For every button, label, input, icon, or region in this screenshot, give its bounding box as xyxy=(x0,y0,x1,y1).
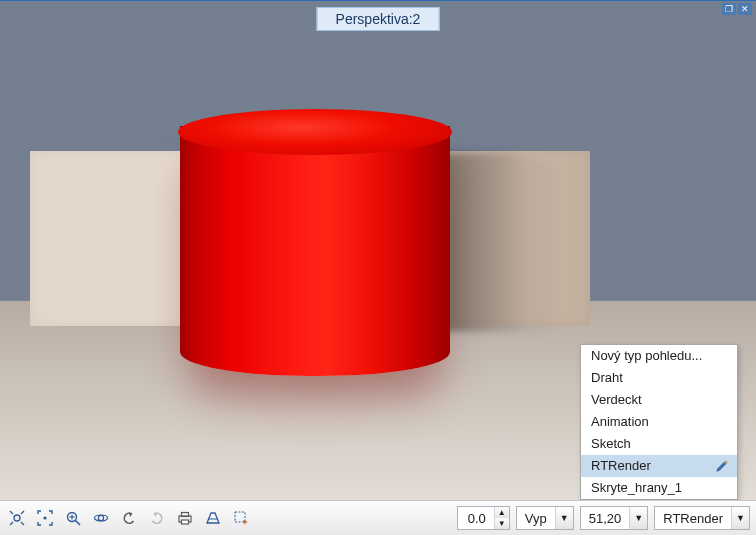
select-region-icon[interactable] xyxy=(230,507,252,529)
menu-item-label: Draht xyxy=(591,369,623,387)
dropdown-label: 51,20 xyxy=(581,511,630,526)
menu-item-verdeckt[interactable]: Verdeckt xyxy=(581,389,737,411)
numeric-value: 0.0 xyxy=(458,511,494,526)
svg-point-2 xyxy=(43,516,46,519)
orbit-icon[interactable] xyxy=(90,507,112,529)
menu-item-label: RTRender xyxy=(591,457,651,475)
menu-item-label: Animation xyxy=(591,413,649,431)
undo-icon[interactable] xyxy=(118,507,140,529)
scene-cylinder xyxy=(180,126,450,376)
chevron-down-icon[interactable]: ▼ xyxy=(731,507,749,529)
dropdown-label: RTRender xyxy=(655,511,731,526)
svg-point-8 xyxy=(98,515,103,520)
zoom-icon[interactable] xyxy=(62,507,84,529)
menu-item-draht[interactable]: Draht xyxy=(581,367,737,389)
menu-item-label: Sketch xyxy=(591,435,631,453)
restore-window-icon[interactable]: ❐ xyxy=(722,3,736,15)
scene-shadow xyxy=(440,153,560,331)
zoom-extents-icon[interactable] xyxy=(34,507,56,529)
svg-rect-10 xyxy=(182,513,189,517)
menu-item-new-view-type[interactable]: Nový typ pohledu... xyxy=(581,345,737,367)
stepper: ▲ ▼ xyxy=(494,507,509,529)
chevron-down-icon[interactable]: ▼ xyxy=(555,507,573,529)
dropdown-label: Vyp xyxy=(517,511,555,526)
scene-cylinder-top xyxy=(178,109,452,155)
menu-item-label: Skryte_hrany_1 xyxy=(591,479,682,497)
menu-item-sketch[interactable]: Sketch xyxy=(581,433,737,455)
numeric-field-1[interactable]: 0.0 ▲ ▼ xyxy=(457,506,510,530)
print-icon[interactable] xyxy=(174,507,196,529)
svg-point-1 xyxy=(14,515,20,521)
edit-icon[interactable] xyxy=(715,459,729,473)
menu-item-skryte-hrany[interactable]: Skryte_hrany_1 xyxy=(581,477,737,499)
dropdown-rendermode[interactable]: RTRender ▼ xyxy=(654,506,750,530)
menu-item-label: Verdeckt xyxy=(591,391,642,409)
svg-rect-11 xyxy=(182,520,189,524)
chevron-down-icon[interactable]: ▼ xyxy=(629,507,647,529)
menu-item-label: Nový typ pohledu... xyxy=(591,347,702,365)
viewport-window-controls: ❐ ✕ xyxy=(722,3,752,15)
dropdown-numeric[interactable]: 51,20 ▼ xyxy=(580,506,649,530)
svg-line-4 xyxy=(76,521,81,526)
perspective-toggle-icon[interactable] xyxy=(202,507,224,529)
step-up-icon[interactable]: ▲ xyxy=(495,507,509,518)
menu-item-animation[interactable]: Animation xyxy=(581,411,737,433)
bottom-toolbar: 0.0 ▲ ▼ Vyp ▼ 51,20 ▼ RTRender ▼ xyxy=(0,500,756,535)
step-down-icon[interactable]: ▼ xyxy=(495,518,509,529)
dropdown-vyp[interactable]: Vyp ▼ xyxy=(516,506,574,530)
view-type-menu: Nový typ pohledu... Draht Verdeckt Anima… xyxy=(580,344,738,500)
close-window-icon[interactable]: ✕ xyxy=(738,3,752,15)
viewport-title[interactable]: Perspektiva:2 xyxy=(317,7,440,31)
menu-item-rtrender[interactable]: RTRender xyxy=(581,455,737,477)
redo-icon[interactable] xyxy=(146,507,168,529)
fit-all-icon[interactable] xyxy=(6,507,28,529)
